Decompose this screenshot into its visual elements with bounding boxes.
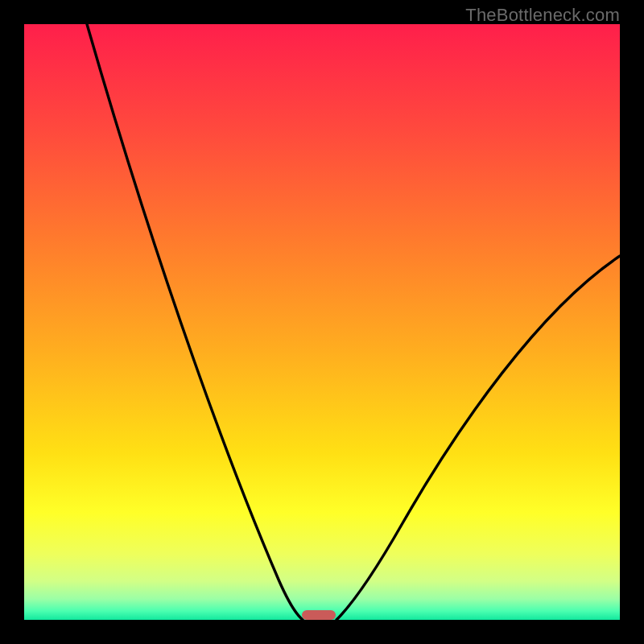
plot-area [24,24,620,620]
optimum-marker [302,610,336,620]
watermark-text: TheBottleneck.com [465,5,620,26]
curve-left [87,24,303,620]
chart-stage: TheBottleneck.com [0,0,644,644]
curve-right [336,256,620,620]
curve-layer [24,24,620,620]
